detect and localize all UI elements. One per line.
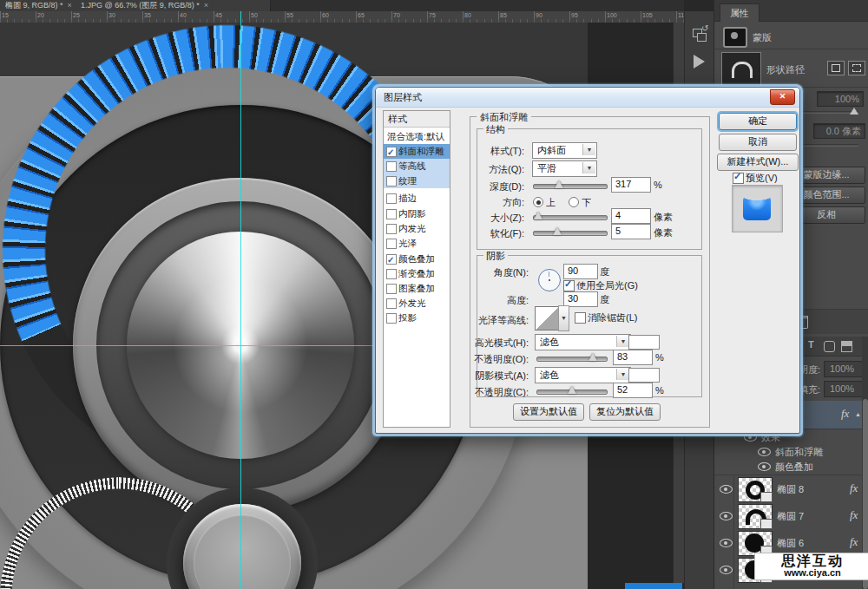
shadow-color-swatch[interactable] <box>628 368 660 383</box>
collapse-effects-icon[interactable]: ▲ <box>855 411 861 417</box>
effect-row-bevel[interactable]: 斜面和浮雕 <box>714 445 862 459</box>
new-style-button[interactable]: 新建样式(W)... <box>717 154 799 171</box>
layer-thumbnail[interactable] <box>738 504 773 529</box>
filter-type-layers-icon[interactable]: T <box>808 339 814 350</box>
checkbox[interactable] <box>386 313 397 324</box>
style-item-inner-shadow[interactable]: 内阴影 <box>384 206 450 221</box>
actions-panel-play-icon[interactable] <box>691 53 708 70</box>
layer-fx-badge[interactable]: fx <box>841 407 849 421</box>
layers-scrollbar[interactable] <box>862 337 868 589</box>
soften-slider-thumb[interactable] <box>553 227 562 235</box>
eye-icon[interactable] <box>758 462 771 471</box>
style-dropdown[interactable]: 内斜面▼ <box>532 142 597 159</box>
layer-thumbnail[interactable] <box>738 477 773 502</box>
clone-source-panel-icon[interactable]: ↺ <box>691 27 708 44</box>
tab-properties[interactable]: 属性 <box>720 3 760 22</box>
filter-smart-objects-icon[interactable] <box>841 341 852 352</box>
checkbox[interactable] <box>386 298 397 309</box>
gloss-contour-thumbnail[interactable] <box>535 306 559 330</box>
highlight-opacity-input[interactable]: 83 <box>613 350 653 365</box>
checkbox[interactable] <box>386 284 397 294</box>
depth-slider-thumb[interactable] <box>555 180 563 188</box>
layer-fx-badge[interactable]: fx <box>850 535 858 549</box>
shadow-opacity-input[interactable]: 52 <box>613 383 653 398</box>
soften-input[interactable]: 5 <box>611 224 651 239</box>
angle-dial[interactable] <box>538 269 561 291</box>
checkbox[interactable] <box>386 161 397 172</box>
eye-icon[interactable] <box>720 566 733 574</box>
gloss-contour-dropdown-icon[interactable]: ▼ <box>558 305 569 331</box>
style-item-gradient-overlay[interactable]: 渐变叠加 <box>384 266 450 281</box>
document-tab-1[interactable]: 椭圆 9, RGB/8) *× <box>0 0 86 11</box>
highlight-mode-dropdown[interactable]: 滤色▼ <box>535 334 631 350</box>
checkbox-checked[interactable] <box>386 254 397 265</box>
size-input[interactable]: 4 <box>611 208 651 224</box>
ok-button[interactable]: 确定 <box>719 113 797 130</box>
depth-input[interactable]: 317 <box>611 177 651 193</box>
effect-row-color-overlay[interactable]: 颜色叠加 <box>714 460 862 474</box>
layer-row-ellipse7[interactable]: 椭圆 7 fx <box>714 502 862 530</box>
document-tab-2[interactable]: 1.JPG @ 66.7% (图层 9, RGB/8) *× <box>76 0 271 11</box>
close-button[interactable]: ✕ <box>770 89 795 105</box>
style-item-bevel-emboss[interactable]: 斜面和浮雕 <box>384 144 450 159</box>
tab-close-icon[interactable]: × <box>204 1 208 10</box>
depth-slider[interactable] <box>533 184 608 189</box>
canvas-horizontal-scrollbar-thumb[interactable] <box>625 583 682 589</box>
mask-density-value[interactable]: 100% <box>817 91 864 107</box>
cancel-button[interactable]: 取消 <box>719 134 797 151</box>
style-item-blending-options[interactable]: 混合选项:默认 <box>384 129 450 144</box>
checkbox[interactable] <box>386 224 397 234</box>
mask-thumbnail-icon[interactable] <box>723 27 747 48</box>
style-item-contour[interactable]: 等高线 <box>384 159 450 173</box>
preview-checkbox[interactable] <box>733 173 744 184</box>
shadow-mode-dropdown[interactable]: 滤色▼ <box>535 367 631 383</box>
style-item-drop-shadow[interactable]: 投影 <box>384 311 450 325</box>
tab-close-icon[interactable]: × <box>68 1 72 10</box>
size-slider-thumb[interactable] <box>534 212 542 219</box>
set-default-button[interactable]: 设置为默认值 <box>513 403 584 421</box>
angle-input[interactable]: 90 <box>563 264 598 279</box>
shadow-opacity-thumb[interactable] <box>568 386 576 394</box>
style-item-pattern-overlay[interactable]: 图案叠加 <box>384 281 450 296</box>
mask-density-slider-thumb[interactable] <box>850 108 858 115</box>
layer-fx-badge[interactable]: fx <box>850 481 858 495</box>
style-item-texture[interactable]: 纹理 <box>384 173 450 188</box>
layer-row-ellipse8[interactable]: 椭圆 8 fx <box>714 475 862 503</box>
checkbox-checked[interactable] <box>386 147 397 157</box>
eye-icon[interactable] <box>720 512 733 520</box>
checkbox[interactable] <box>386 176 397 187</box>
shape-path-thumbnail[interactable] <box>721 52 761 87</box>
eye-icon[interactable] <box>720 485 733 494</box>
direction-down-radio[interactable] <box>569 197 579 207</box>
mask-feather-value[interactable]: 0.0 像素 <box>813 123 865 139</box>
add-pixel-mask-icon[interactable] <box>827 61 845 75</box>
style-preview-box <box>732 185 783 232</box>
altitude-label: 高度: <box>477 294 529 307</box>
checkbox[interactable] <box>386 193 397 204</box>
layer-fx-badge[interactable]: fx <box>850 508 858 522</box>
reset-default-button[interactable]: 复位为默认值 <box>589 403 661 421</box>
method-dropdown[interactable]: 平滑▼ <box>532 160 597 177</box>
size-slider[interactable] <box>533 215 608 220</box>
style-item-satin[interactable]: 光泽 <box>384 236 450 251</box>
style-item-color-overlay[interactable]: 颜色叠加 <box>384 252 450 266</box>
style-item-outer-glow[interactable]: 外发光 <box>384 296 450 311</box>
highlight-color-swatch[interactable] <box>628 335 660 350</box>
eye-icon[interactable] <box>758 448 771 456</box>
style-item-stroke[interactable]: 描边 <box>384 191 450 206</box>
antialias-checkbox[interactable] <box>575 312 586 324</box>
checkbox[interactable] <box>386 239 397 249</box>
add-vector-mask-icon[interactable] <box>848 61 865 75</box>
eye-icon[interactable] <box>720 539 733 547</box>
chevron-down-icon: ▼ <box>616 369 629 380</box>
checkbox[interactable] <box>386 269 397 279</box>
global-light-checkbox[interactable] <box>563 280 575 291</box>
eye-icon[interactable] <box>744 433 757 442</box>
style-item-inner-glow[interactable]: 内发光 <box>384 221 450 236</box>
soften-slider[interactable] <box>533 231 608 236</box>
highlight-opacity-thumb[interactable] <box>589 353 597 361</box>
checkbox[interactable] <box>386 209 397 219</box>
direction-up-radio[interactable] <box>533 197 543 207</box>
filter-shape-layers-icon[interactable] <box>824 341 835 352</box>
dialog-title-bar[interactable]: 图层样式 <box>376 88 799 108</box>
